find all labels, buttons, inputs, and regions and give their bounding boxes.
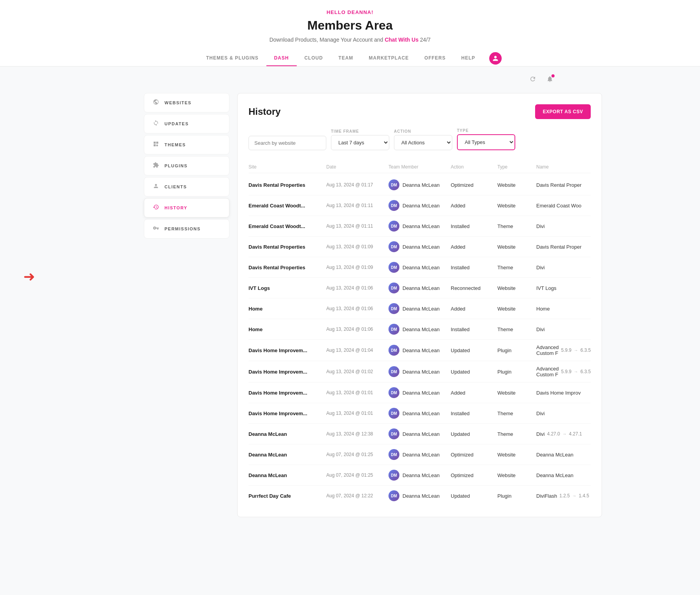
cell-action: Added <box>451 306 497 312</box>
cell-member: DM Deanna McLean <box>388 200 451 211</box>
sidebar-label-websites: WEBSITES <box>164 100 191 105</box>
col-type: Type <box>497 164 536 170</box>
cell-action: Installed <box>451 223 497 229</box>
member-avatar: DM <box>388 366 399 377</box>
sidebar: WEBSITES UPDATES THEMES PLUGINS CLIENTS <box>144 93 229 517</box>
cell-type: Theme <box>497 223 536 229</box>
member-avatar: DM <box>388 221 399 232</box>
toolbar-row <box>136 67 564 85</box>
member-name: Deanna McLean <box>402 306 439 312</box>
tab-dash[interactable]: DASH <box>266 51 297 66</box>
export-csv-button[interactable]: EXPORT AS CSV <box>535 104 591 119</box>
cell-member: DM Deanna McLean <box>388 324 451 335</box>
table-row: Deanna McLean Aug 07, 2024 @ 01:25 DM De… <box>248 465 591 486</box>
type-select[interactable]: All Types <box>457 134 515 150</box>
sidebar-item-themes[interactable]: THEMES <box>144 135 229 154</box>
col-member: Team Member <box>388 164 451 170</box>
cell-date: Aug 13, 2024 @ 12:38 <box>326 431 388 437</box>
col-name: Name <box>536 164 591 170</box>
cell-member: DM Deanna McLean <box>388 179 451 190</box>
cell-date: Aug 13, 2024 @ 01:11 <box>326 203 388 208</box>
page-header: HELLO DEANNA! Members Area Download Prod… <box>0 0 700 67</box>
table-row: IVT Logs Aug 13, 2024 @ 01:06 DM Deanna … <box>248 278 591 298</box>
cell-name: Davis Home Improv <box>536 390 591 396</box>
cell-member: DM Deanna McLean <box>388 221 451 232</box>
member-name: Deanna McLean <box>402 431 439 437</box>
cell-action: Installed <box>451 265 497 270</box>
search-input[interactable] <box>248 136 326 150</box>
cell-member: DM Deanna McLean <box>388 449 451 460</box>
sidebar-label-themes: THEMES <box>164 142 186 147</box>
cell-name: Divi <box>536 326 591 332</box>
cell-type: Website <box>497 182 536 188</box>
cell-type: Website <box>497 285 536 291</box>
cell-type: Website <box>497 306 536 312</box>
cell-member: DM Deanna McLean <box>388 387 451 398</box>
tab-themes-plugins[interactable]: THEMES & PLUGINS <box>198 51 266 66</box>
member-avatar: DM <box>388 345 399 356</box>
history-table: Site Date Team Member Action Type Name D… <box>248 161 591 506</box>
sidebar-item-history[interactable]: HISTORY <box>144 198 229 218</box>
type-group: TYPE All Types <box>457 128 515 150</box>
cell-date: Aug 13, 2024 @ 01:09 <box>326 265 388 270</box>
chat-link[interactable]: Chat With Us <box>385 37 418 43</box>
cell-name: Davis Rental Proper <box>536 244 591 250</box>
cell-date: Aug 13, 2024 @ 01:06 <box>326 306 388 311</box>
clients-icon <box>152 183 160 191</box>
cell-type: Theme <box>497 431 536 437</box>
cell-member: DM Deanna McLean <box>388 428 451 439</box>
cell-type: Theme <box>497 326 536 332</box>
sidebar-label-updates: UPDATES <box>164 121 189 126</box>
member-name: Deanna McLean <box>402 223 439 229</box>
cell-member: DM Deanna McLean <box>388 283 451 293</box>
subtitle: Download Products, Manage Your Account a… <box>0 37 700 43</box>
timeframe-select[interactable]: Last 7 days <box>331 135 389 150</box>
sidebar-item-websites[interactable]: WEBSITES <box>144 93 229 112</box>
cell-name: Divi 4.27.0 → 4.27.1 <box>536 431 591 437</box>
table-row: Davis Home Improvem... Aug 13, 2024 @ 01… <box>248 361 591 383</box>
member-name: Deanna McLean <box>402 452 439 458</box>
sidebar-item-permissions[interactable]: PERMISSIONS <box>144 219 229 239</box>
sidebar-item-updates[interactable]: UPDATES <box>144 114 229 133</box>
cell-date: Aug 13, 2024 @ 01:06 <box>326 285 388 291</box>
tab-marketplace[interactable]: MARKETPLACE <box>361 51 416 66</box>
cell-date: Aug 07, 2024 @ 01:25 <box>326 452 388 457</box>
user-avatar[interactable] <box>489 52 502 65</box>
tab-offers[interactable]: OFFERS <box>416 51 453 66</box>
notification-icon[interactable] <box>544 73 556 85</box>
tab-team[interactable]: TEAM <box>331 51 361 66</box>
cell-member: DM Deanna McLean <box>388 470 451 481</box>
cell-action: Reconnected <box>451 285 497 291</box>
member-name: Deanna McLean <box>402 411 439 416</box>
cell-site: Purrfect Day Cafe <box>248 493 326 499</box>
cell-date: Aug 07, 2024 @ 01:25 <box>326 472 388 478</box>
cell-action: Added <box>451 244 497 250</box>
action-select[interactable]: All Actions <box>394 135 452 150</box>
cell-member: DM Deanna McLean <box>388 345 451 356</box>
cell-site: Davis Rental Properties <box>248 182 326 188</box>
tab-cloud[interactable]: CLOUD <box>297 51 331 66</box>
cell-type: Plugin <box>497 369 536 375</box>
member-name: Deanna McLean <box>402 244 439 250</box>
content-header: History EXPORT AS CSV <box>248 104 591 119</box>
type-label: TYPE <box>457 128 515 133</box>
cell-site: Davis Home Improvem... <box>248 348 326 353</box>
red-arrow-icon: ➜ <box>23 269 35 285</box>
cell-name: Divi <box>536 223 591 229</box>
history-icon <box>152 204 160 212</box>
sidebar-item-plugins[interactable]: PLUGINS <box>144 156 229 176</box>
refresh-icon[interactable] <box>527 73 539 85</box>
hello-text: HELLO DEANNA! <box>0 9 700 15</box>
content-area: History EXPORT AS CSV TIME FRAME Last 7 … <box>237 93 602 517</box>
cell-type: Plugin <box>497 493 536 499</box>
websites-icon <box>152 99 160 107</box>
table-row: Home Aug 13, 2024 @ 01:06 DM Deanna McLe… <box>248 298 591 319</box>
sidebar-item-clients[interactable]: CLIENTS <box>144 177 229 197</box>
main-layout: WEBSITES UPDATES THEMES PLUGINS CLIENTS <box>136 85 564 525</box>
cell-date: Aug 13, 2024 @ 01:09 <box>326 244 388 249</box>
action-group: ACTION All Actions <box>394 129 452 150</box>
tab-help[interactable]: HELP <box>453 51 483 66</box>
cell-date: Aug 13, 2024 @ 01:01 <box>326 411 388 416</box>
cell-site: Davis Home Improvem... <box>248 369 326 375</box>
action-label: ACTION <box>394 129 452 133</box>
